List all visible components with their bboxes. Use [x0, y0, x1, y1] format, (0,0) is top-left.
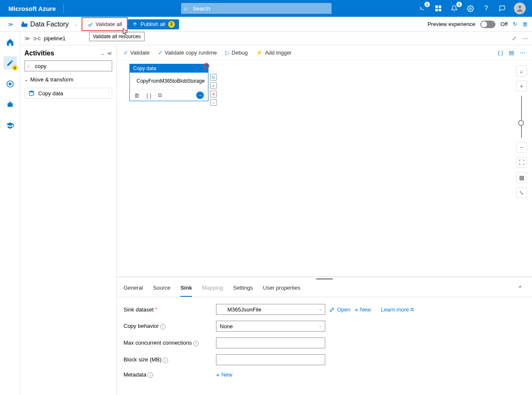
main-area: 3 ≫ pipeline1 ⤢ ⋯ Activities — [0, 32, 532, 395]
collapse-panel-icon[interactable]: ⌃ — [515, 280, 525, 297]
home-icon[interactable] — [3, 35, 17, 49]
tab-general[interactable]: General — [124, 280, 143, 297]
svg-point-15 — [29, 91, 34, 92]
left-nav-rail: 3 — [0, 32, 20, 395]
skip-handle-icon[interactable]: → — [210, 99, 217, 106]
fit-screen-icon[interactable]: ⛶ — [516, 157, 527, 168]
plus-icon: + — [355, 306, 358, 313]
content-area: ≫ pipeline1 ⤢ ⋯ Activities ⌄ ≪ ⌕ — [20, 32, 532, 395]
manage-icon[interactable] — [3, 98, 17, 112]
global-search[interactable]: ⌕ — [181, 3, 332, 14]
publish-all-label: Publish all — [140, 21, 165, 27]
help-icon[interactable]: ? — [482, 4, 490, 13]
directory-icon[interactable] — [434, 4, 442, 13]
settings-icon[interactable] — [466, 4, 474, 13]
canvas-search-icon[interactable]: ⌕ — [516, 65, 527, 76]
refresh-icon[interactable]: ↻ — [513, 21, 517, 27]
validate-button[interactable]: ✓Validate — [124, 50, 150, 56]
zoom-out-icon[interactable]: − — [516, 142, 527, 153]
info-icon[interactable]: i — [160, 324, 166, 330]
feedback-icon[interactable] — [498, 4, 506, 13]
more-icon[interactable]: ⋯ — [522, 35, 528, 42]
validate-all-button[interactable]: Validate all — [83, 19, 126, 29]
collapse-icon[interactable]: ⤡ — [516, 187, 527, 198]
metadata-new-button[interactable]: +New — [216, 371, 232, 378]
add-trigger-button[interactable]: ⚡Add trigger — [256, 50, 292, 56]
learn-more-link[interactable]: Learn more ⧉ — [381, 306, 414, 313]
cloud-shell-icon[interactable]: 1 — [418, 4, 427, 13]
copy-behavior-select[interactable]: ⌄ — [216, 321, 325, 332]
activities-header: Activities ⌄ ≪ — [24, 50, 112, 57]
badge: 3 — [456, 2, 462, 7]
pipeline-name[interactable]: pipeline1 — [44, 35, 66, 42]
tab-user-properties[interactable]: User properties — [263, 280, 300, 297]
code-icon[interactable]: { } — [146, 92, 151, 99]
resize-grip[interactable] — [117, 277, 532, 280]
copy-data-activity-node[interactable]: Copy data CopyFromM365toBlobStorage 🗑 { … — [129, 64, 208, 101]
node-name: CopyFromM365toBlobStorage — [137, 78, 205, 84]
notifications-icon[interactable]: 3 — [450, 4, 458, 13]
search-input[interactable] — [181, 3, 332, 14]
monitor-icon[interactable] — [3, 77, 17, 91]
next-arrow-icon[interactable]: → — [196, 92, 204, 99]
delete-icon[interactable]: 🗑 — [134, 92, 140, 99]
activity-label: Copy data — [38, 90, 63, 97]
collapse-down-icon[interactable]: ⌄ — [101, 51, 105, 56]
tab-source[interactable]: Source — [153, 280, 170, 297]
more-icon[interactable]: ⋯ — [520, 50, 525, 56]
info-icon[interactable]: i — [193, 341, 199, 346]
activity-node-wrap: Copy data CopyFromM365toBlobStorage 🗑 { … — [129, 64, 208, 101]
delete-icon[interactable]: 🗑 — [522, 21, 528, 27]
sink-dataset-select[interactable]: 🗎 ⌄ — [216, 304, 325, 315]
svg-point-4 — [469, 8, 471, 9]
copy-behavior-input[interactable] — [216, 321, 325, 332]
success-handle-icon[interactable]: ✓ — [210, 82, 217, 89]
activities-search[interactable]: ⌕ — [24, 60, 112, 71]
activity-group-move-transform[interactable]: ⌄ Move & transform — [24, 75, 112, 84]
svg-rect-11 — [9, 102, 11, 103]
toolbar-right: Preview experience Off ↻ 🗑 — [427, 21, 528, 28]
max-conn-input[interactable] — [216, 337, 325, 348]
svg-rect-10 — [8, 103, 13, 107]
properties-icon[interactable]: ▤ — [509, 50, 514, 56]
sink-dataset-input[interactable] — [216, 304, 325, 315]
failure-handle-icon[interactable]: ✕ — [210, 91, 217, 97]
activity-copy-data[interactable]: Copy data ⦙⦙ — [24, 88, 112, 99]
avatar[interactable] — [514, 3, 526, 14]
clone-icon[interactable]: ⧉ — [158, 92, 162, 99]
info-icon[interactable]: i — [147, 372, 153, 378]
collapse-left-icon[interactable]: ≪ — [107, 51, 112, 56]
activities-search-input[interactable] — [24, 60, 112, 71]
preview-toggle[interactable] — [480, 21, 495, 28]
block-size-input[interactable] — [216, 354, 325, 365]
svg-rect-12 — [34, 37, 36, 39]
tab-sink[interactable]: Sink — [180, 280, 192, 297]
expand-icon[interactable]: ⤢ — [512, 35, 516, 42]
azure-header: Microsoft Azure ⌕ 1 3 ? — [0, 0, 532, 17]
tab-settings[interactable]: Settings — [233, 280, 253, 297]
layout-icon[interactable]: ▦ — [516, 172, 527, 183]
expand-nav-icon[interactable]: ≫ — [4, 21, 17, 27]
debug-button[interactable]: ▷Debug — [225, 50, 248, 56]
zoom-thumb[interactable] — [518, 120, 524, 126]
main-toolbar: ≫ Data Factory ⌄ Validate all Publish al… — [0, 17, 532, 32]
properties-tabs: General Source Sink Mapping Settings Use… — [117, 280, 532, 297]
learning-icon[interactable] — [3, 119, 17, 133]
author-icon[interactable]: 3 — [3, 56, 17, 70]
info-icon[interactable]: i — [163, 358, 168, 363]
metadata-label: Metadata — [124, 371, 146, 378]
tab-mapping[interactable]: Mapping — [202, 280, 223, 297]
data-factory-dropdown[interactable]: Data Factory ⌄ — [17, 21, 82, 28]
connection-point[interactable] — [203, 63, 209, 69]
refresh-handle-icon[interactable]: ↻ — [210, 74, 217, 81]
open-button[interactable]: Open — [329, 306, 350, 313]
code-view-icon[interactable]: { } — [498, 50, 503, 56]
expand-resources-icon[interactable]: ≫ — [24, 35, 30, 42]
validate-copy-runtime-button[interactable]: ✓Validate copy runtime — [158, 50, 217, 56]
zoom-slider[interactable] — [521, 96, 522, 138]
external-link-icon: ⧉ — [411, 307, 414, 312]
pipeline-canvas[interactable]: Copy data CopyFromM365toBlobStorage 🗑 { … — [117, 60, 532, 277]
new-button[interactable]: +New — [355, 306, 371, 313]
zoom-in-icon[interactable]: + — [516, 81, 527, 92]
publish-all-button[interactable]: Publish all 3 — [128, 19, 179, 29]
